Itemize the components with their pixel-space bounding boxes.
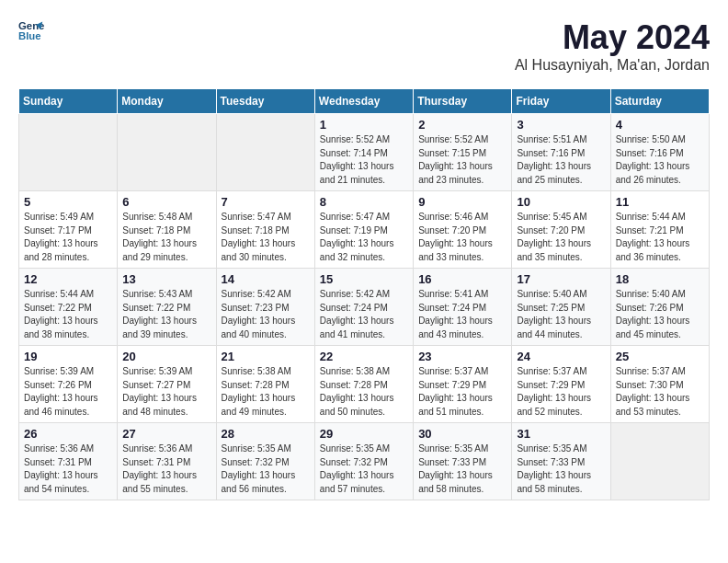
calendar-cell: 27Sunrise: 5:36 AMSunset: 7:31 PMDayligh… bbox=[118, 423, 216, 500]
day-number: 17 bbox=[517, 272, 605, 286]
calendar-cell: 12Sunrise: 5:44 AMSunset: 7:22 PMDayligh… bbox=[19, 269, 118, 346]
calendar-cell: 14Sunrise: 5:42 AMSunset: 7:23 PMDayligh… bbox=[216, 269, 314, 346]
day-number: 29 bbox=[320, 427, 408, 441]
calendar-cell bbox=[216, 114, 314, 191]
day-number: 1 bbox=[320, 118, 408, 132]
day-info: Sunrise: 5:39 AMSunset: 7:27 PMDaylight:… bbox=[122, 365, 210, 419]
svg-text:Blue: Blue bbox=[18, 30, 41, 41]
calendar-week-4: 19Sunrise: 5:39 AMSunset: 7:26 PMDayligh… bbox=[19, 346, 710, 423]
day-info: Sunrise: 5:47 AMSunset: 7:18 PMDaylight:… bbox=[222, 211, 310, 264]
calendar-cell: 26Sunrise: 5:36 AMSunset: 7:31 PMDayligh… bbox=[19, 423, 118, 500]
day-number: 21 bbox=[222, 350, 310, 363]
day-info: Sunrise: 5:37 AMSunset: 7:30 PMDaylight:… bbox=[616, 365, 704, 419]
day-number: 2 bbox=[418, 118, 506, 132]
title-area: May 2024 Al Husayniyah, Ma'an, Jordan bbox=[515, 18, 710, 74]
weekday-header-wednesday: Wednesday bbox=[314, 89, 413, 114]
page-header: General Blue May 2024 Al Husayniyah, Ma'… bbox=[18, 18, 710, 74]
calendar-table: SundayMondayTuesdayWednesdayThursdayFrid… bbox=[18, 88, 710, 500]
day-number: 25 bbox=[616, 350, 704, 363]
day-number: 8 bbox=[320, 195, 408, 209]
subtitle: Al Husayniyah, Ma'an, Jordan bbox=[515, 57, 710, 74]
day-number: 5 bbox=[24, 195, 112, 209]
day-info: Sunrise: 5:40 AMSunset: 7:26 PMDaylight:… bbox=[616, 288, 704, 341]
calendar-cell: 17Sunrise: 5:40 AMSunset: 7:25 PMDayligh… bbox=[512, 269, 610, 346]
calendar-cell: 15Sunrise: 5:42 AMSunset: 7:24 PMDayligh… bbox=[314, 269, 413, 346]
calendar-cell: 21Sunrise: 5:38 AMSunset: 7:28 PMDayligh… bbox=[216, 346, 314, 423]
calendar-cell: 18Sunrise: 5:40 AMSunset: 7:26 PMDayligh… bbox=[610, 269, 709, 346]
calendar-cell: 13Sunrise: 5:43 AMSunset: 7:22 PMDayligh… bbox=[118, 269, 216, 346]
calendar-cell: 30Sunrise: 5:35 AMSunset: 7:33 PMDayligh… bbox=[414, 423, 512, 500]
weekday-header-saturday: Saturday bbox=[610, 89, 709, 114]
day-number: 9 bbox=[418, 195, 506, 209]
day-number: 24 bbox=[517, 350, 605, 363]
weekday-header-monday: Monday bbox=[118, 89, 216, 114]
main-title: May 2024 bbox=[515, 18, 710, 57]
weekday-header-tuesday: Tuesday bbox=[216, 89, 314, 114]
calendar-cell: 16Sunrise: 5:41 AMSunset: 7:24 PMDayligh… bbox=[414, 269, 512, 346]
calendar-cell: 11Sunrise: 5:44 AMSunset: 7:21 PMDayligh… bbox=[610, 191, 709, 269]
day-info: Sunrise: 5:43 AMSunset: 7:22 PMDaylight:… bbox=[122, 288, 210, 341]
day-info: Sunrise: 5:37 AMSunset: 7:29 PMDaylight:… bbox=[418, 365, 506, 419]
calendar-cell bbox=[19, 114, 118, 191]
calendar-cell: 28Sunrise: 5:35 AMSunset: 7:32 PMDayligh… bbox=[216, 423, 314, 500]
day-info: Sunrise: 5:49 AMSunset: 7:17 PMDaylight:… bbox=[24, 211, 112, 264]
day-info: Sunrise: 5:41 AMSunset: 7:24 PMDaylight:… bbox=[418, 288, 506, 341]
day-info: Sunrise: 5:42 AMSunset: 7:24 PMDaylight:… bbox=[320, 288, 408, 341]
day-info: Sunrise: 5:38 AMSunset: 7:28 PMDaylight:… bbox=[222, 365, 310, 419]
calendar-cell: 23Sunrise: 5:37 AMSunset: 7:29 PMDayligh… bbox=[414, 346, 512, 423]
logo-icon: General Blue bbox=[18, 18, 44, 44]
calendar-cell: 29Sunrise: 5:35 AMSunset: 7:32 PMDayligh… bbox=[314, 423, 413, 500]
calendar-cell: 9Sunrise: 5:46 AMSunset: 7:20 PMDaylight… bbox=[414, 191, 512, 269]
day-info: Sunrise: 5:37 AMSunset: 7:29 PMDaylight:… bbox=[517, 365, 605, 419]
calendar-week-5: 26Sunrise: 5:36 AMSunset: 7:31 PMDayligh… bbox=[19, 423, 710, 500]
calendar-cell: 5Sunrise: 5:49 AMSunset: 7:17 PMDaylight… bbox=[19, 191, 118, 269]
day-info: Sunrise: 5:35 AMSunset: 7:32 PMDaylight:… bbox=[320, 442, 408, 496]
day-number: 3 bbox=[517, 118, 605, 132]
day-info: Sunrise: 5:40 AMSunset: 7:25 PMDaylight:… bbox=[517, 288, 605, 341]
calendar-cell: 19Sunrise: 5:39 AMSunset: 7:26 PMDayligh… bbox=[19, 346, 118, 423]
calendar-cell bbox=[610, 423, 709, 500]
day-number: 26 bbox=[24, 427, 112, 441]
day-info: Sunrise: 5:38 AMSunset: 7:28 PMDaylight:… bbox=[320, 365, 408, 419]
day-number: 31 bbox=[517, 427, 605, 441]
calendar-cell: 3Sunrise: 5:51 AMSunset: 7:16 PMDaylight… bbox=[512, 114, 610, 191]
day-info: Sunrise: 5:52 AMSunset: 7:15 PMDaylight:… bbox=[418, 133, 506, 187]
day-number: 13 bbox=[122, 272, 210, 286]
calendar-cell: 24Sunrise: 5:37 AMSunset: 7:29 PMDayligh… bbox=[512, 346, 610, 423]
calendar-cell: 25Sunrise: 5:37 AMSunset: 7:30 PMDayligh… bbox=[610, 346, 709, 423]
calendar-cell: 20Sunrise: 5:39 AMSunset: 7:27 PMDayligh… bbox=[118, 346, 216, 423]
calendar-cell: 6Sunrise: 5:48 AMSunset: 7:18 PMDaylight… bbox=[118, 191, 216, 269]
day-info: Sunrise: 5:44 AMSunset: 7:22 PMDaylight:… bbox=[24, 288, 112, 341]
calendar-week-3: 12Sunrise: 5:44 AMSunset: 7:22 PMDayligh… bbox=[19, 269, 710, 346]
calendar-cell: 1Sunrise: 5:52 AMSunset: 7:14 PMDaylight… bbox=[314, 114, 413, 191]
day-number: 19 bbox=[24, 350, 112, 363]
day-number: 11 bbox=[616, 195, 704, 209]
day-number: 7 bbox=[222, 195, 310, 209]
day-number: 18 bbox=[616, 272, 704, 286]
calendar-cell: 2Sunrise: 5:52 AMSunset: 7:15 PMDaylight… bbox=[414, 114, 512, 191]
day-info: Sunrise: 5:48 AMSunset: 7:18 PMDaylight:… bbox=[122, 211, 210, 264]
day-number: 14 bbox=[222, 272, 310, 286]
day-number: 27 bbox=[122, 427, 210, 441]
day-info: Sunrise: 5:39 AMSunset: 7:26 PMDaylight:… bbox=[24, 365, 112, 419]
logo: General Blue bbox=[18, 18, 44, 44]
calendar-cell: 22Sunrise: 5:38 AMSunset: 7:28 PMDayligh… bbox=[314, 346, 413, 423]
calendar-cell: 8Sunrise: 5:47 AMSunset: 7:19 PMDaylight… bbox=[314, 191, 413, 269]
weekday-header-friday: Friday bbox=[512, 89, 610, 114]
day-number: 16 bbox=[418, 272, 506, 286]
calendar-cell: 4Sunrise: 5:50 AMSunset: 7:16 PMDaylight… bbox=[610, 114, 709, 191]
weekday-header-sunday: Sunday bbox=[19, 89, 118, 114]
day-info: Sunrise: 5:52 AMSunset: 7:14 PMDaylight:… bbox=[320, 133, 408, 187]
day-info: Sunrise: 5:44 AMSunset: 7:21 PMDaylight:… bbox=[616, 211, 704, 264]
day-info: Sunrise: 5:50 AMSunset: 7:16 PMDaylight:… bbox=[616, 133, 704, 187]
day-info: Sunrise: 5:42 AMSunset: 7:23 PMDaylight:… bbox=[222, 288, 310, 341]
weekday-header-thursday: Thursday bbox=[414, 89, 512, 114]
day-info: Sunrise: 5:36 AMSunset: 7:31 PMDaylight:… bbox=[122, 442, 210, 496]
calendar-cell: 10Sunrise: 5:45 AMSunset: 7:20 PMDayligh… bbox=[512, 191, 610, 269]
day-number: 10 bbox=[517, 195, 605, 209]
day-info: Sunrise: 5:46 AMSunset: 7:20 PMDaylight:… bbox=[418, 211, 506, 264]
day-number: 22 bbox=[320, 350, 408, 363]
weekday-header-row: SundayMondayTuesdayWednesdayThursdayFrid… bbox=[19, 89, 710, 114]
calendar-cell bbox=[118, 114, 216, 191]
day-number: 4 bbox=[616, 118, 704, 132]
